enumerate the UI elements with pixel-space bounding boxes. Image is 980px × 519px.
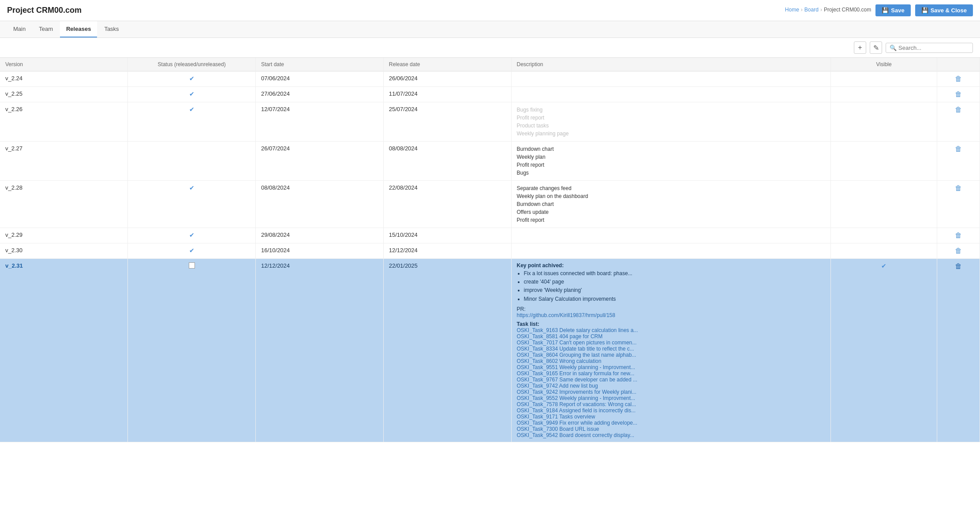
desc-cell [511,243,830,259]
breadcrumb-board[interactable]: Board [804,7,819,13]
task-link[interactable]: OSKI_Task_9949 Fix error while adding de… [517,420,640,426]
task-link[interactable]: OSKI_Task_7017 Can't open pictures in co… [517,340,640,346]
delete-button[interactable]: 🗑 [955,106,962,114]
tab-tasks[interactable]: Tasks [98,21,125,37]
breadcrumb-project: Project CRM00.com [824,7,871,13]
delete-button[interactable]: 🗑 [955,90,962,98]
status-cell: ✔ [128,71,256,87]
release-date-cell: 12/12/2024 [383,243,511,259]
desc-cell: Key point achived: Fix a lot issues conn… [511,259,830,442]
save-close-button[interactable]: 💾 Save & Close [915,4,973,16]
status-cell: ✔ [128,102,256,142]
task-link[interactable]: OSKI_Task_9163 Delete salary calculation… [517,327,640,333]
add-button[interactable]: + [854,41,866,54]
version-cell: v_2.31 [0,259,128,442]
task-link[interactable]: OSKI_Task_8581 404 page for CRM [517,333,640,340]
release-date-cell: 11/07/2024 [383,87,511,102]
release-date-cell: 25/07/2024 [383,102,511,142]
releases-table: Version Status (released/unreleased) Sta… [0,58,980,442]
status-cell [128,259,256,442]
visible-cell [830,71,937,87]
release-date-cell: 22/01/2025 [383,259,511,442]
status-cell [128,142,256,181]
table-row: v_2.25 ✔ 27/06/2024 11/07/2024 🗑 [0,87,980,102]
edit-button[interactable]: ✎ [870,41,882,54]
table-row: v_2.30 ✔ 16/10/2024 12/12/2024 🗑 [0,243,980,259]
task-link[interactable]: OSKI_Task_9171 Tasks overview [517,414,640,420]
desc-cell [511,87,830,102]
release-date-cell: 08/08/2024 [383,142,511,181]
delete-button[interactable]: 🗑 [955,231,962,239]
table-row-highlighted: v_2.31 12/12/2024 22/01/2025 Key point a… [0,259,980,442]
status-cell: ✔ [128,87,256,102]
visible-cell [830,87,937,102]
col-header-del [937,58,980,71]
version-cell: v_2.28 [0,181,128,228]
task-link[interactable]: OSKI_Task_7300 Board URL issue [517,426,640,432]
toolbar: + ✎ 🔍 [0,38,980,58]
save-icon: 💾 [882,7,889,14]
tab-team[interactable]: Team [33,21,59,37]
version-cell: v_2.30 [0,243,128,259]
task-link[interactable]: OSKI_Task_9242 Improvements for Weekly p… [517,389,640,395]
task-link[interactable]: OSKI_Task_9767 Same developer can be add… [517,377,640,383]
delete-button[interactable]: 🗑 [955,247,962,255]
version-cell: v_2.27 [0,142,128,181]
top-bar-actions: Home › Board › Project CRM00.com 💾 Save … [785,4,973,16]
breadcrumb-arrow1: › [801,7,803,13]
task-link[interactable]: OSKI_Task_9184 Assigned field is incorre… [517,407,640,414]
col-header-visible: Visible [830,58,937,71]
start-date-cell: 08/08/2024 [256,181,384,228]
breadcrumb-home[interactable]: Home [785,7,799,13]
release-date-cell: 22/08/2024 [383,181,511,228]
list-item: create '404' page [524,278,825,286]
task-link[interactable]: OSKI_Task_9551 Weekly planning - Improvm… [517,364,640,370]
task-link[interactable]: OSKI_Task_7578 Report of vacations: Wron… [517,401,640,407]
delete-button[interactable]: 🗑 [955,262,962,270]
key-points-label: Key point achived: [517,262,825,269]
list-item: Minor Salary Calculation improvements [524,295,825,303]
tab-main[interactable]: Main [7,21,32,37]
table-body: v_2.24 ✔ 07/06/2024 26/06/2024 🗑 v_2.25 … [0,71,980,442]
delete-button[interactable]: 🗑 [955,75,962,83]
visible-cell [830,243,937,259]
desc-cell [511,71,830,87]
delete-button[interactable]: 🗑 [955,145,962,153]
search-input[interactable] [898,45,969,51]
pr-label: PR: https://github.com/Kirill19837/hrm/p… [517,306,825,318]
col-header-desc: Description [511,58,830,71]
task-link[interactable]: OSKI_Task_8604 Grouping the last name al… [517,352,640,358]
page-title: Project CRM00.com [7,6,82,15]
task-link[interactable]: OSKI_Task_9165 Error in salary formula f… [517,370,640,377]
list-item: improve 'Weekly planing' [524,286,825,295]
status-check-icon: ✔ [189,90,195,97]
delete-button[interactable]: 🗑 [955,184,962,192]
save-close-icon: 💾 [921,7,928,14]
desc-cell: Burndown chartWeekly planProfit reportBu… [511,142,830,181]
desc-cell: Separate changes feedWeekly plan on the … [511,181,830,228]
task-link[interactable]: OSKI_Task_8602 Wrong calculation [517,358,640,364]
visible-check-icon: ✔ [881,262,886,269]
task-link[interactable]: OSKI_Task_9742 Add new list bug [517,383,640,389]
task-link[interactable]: OSKI_Task_9552 Weekly planning - Improvm… [517,395,640,401]
pr-link[interactable]: https://github.com/Kirill19837/hrm/pull/… [517,312,640,318]
tab-releases[interactable]: Releases [60,21,97,37]
version-cell: v_2.25 [0,87,128,102]
col-header-status: Status (released/unreleased) [128,58,256,71]
table-row: v_2.28 ✔ 08/08/2024 22/08/2024 Separate … [0,181,980,228]
release-date-cell: 26/06/2024 [383,71,511,87]
save-button[interactable]: 💾 Save [875,4,910,16]
status-checkbox[interactable] [189,262,195,269]
delete-cell: 🗑 [937,243,980,259]
task-link[interactable]: OSKI_Task_9542 Board doesnt correctly di… [517,432,640,438]
visible-cell [830,228,937,243]
delete-cell: 🗑 [937,71,980,87]
desc-text: Separate changes feedWeekly plan on the … [517,184,825,224]
task-link[interactable]: OSKI_Task_8334 Update tab title to refle… [517,346,640,352]
visible-cell [830,102,937,142]
top-bar: Project CRM00.com Home › Board › Project… [0,0,980,21]
status-cell: ✔ [128,181,256,228]
status-check-icon: ✔ [189,106,195,113]
status-cell: ✔ [128,243,256,259]
delete-cell: 🗑 [937,259,980,442]
